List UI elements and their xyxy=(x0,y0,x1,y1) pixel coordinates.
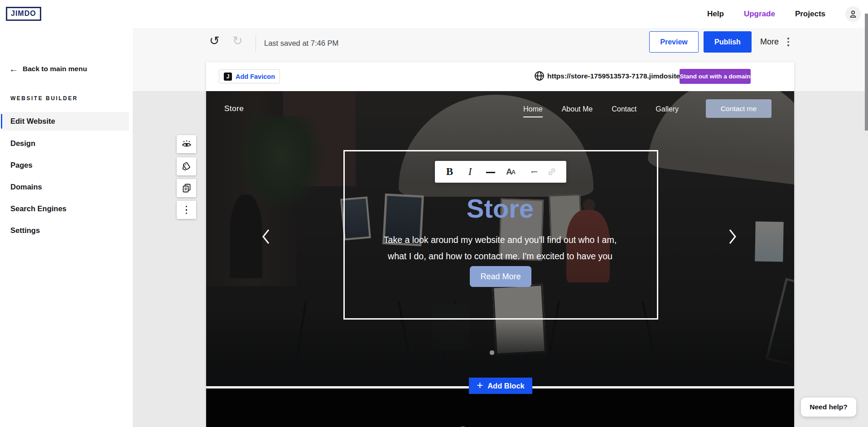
read-more-button[interactable]: Read More xyxy=(470,266,531,287)
duplicate-icon xyxy=(181,183,192,194)
jimdo-logo[interactable]: JIMDO xyxy=(6,7,41,21)
sidebar: ← Back to main menu WEBSITE BUILDER Edit… xyxy=(0,28,133,427)
back-label: Back to main menu xyxy=(23,65,87,73)
block-kebab-icon xyxy=(186,206,188,214)
text-format-toolbar: B I AA xyxy=(435,161,566,183)
contact-me-button[interactable]: Contact me xyxy=(706,99,772,118)
site-nav-about-me[interactable]: About Me xyxy=(562,105,593,113)
account-avatar[interactable] xyxy=(845,6,861,22)
site-nav-gallery[interactable]: Gallery xyxy=(656,105,679,113)
sidebar-item-domains[interactable]: Domains xyxy=(3,178,129,196)
site-settings-bar: J Add Favicon https://store-1759513573-7… xyxy=(206,62,794,91)
sidebar-section-title: WEBSITE BUILDER xyxy=(10,95,78,102)
add-favicon-button[interactable]: J Add Favicon xyxy=(219,69,280,83)
block-style-button[interactable] xyxy=(177,157,196,175)
duplicate-block-button[interactable] xyxy=(177,179,196,197)
sidebar-item-search-engines[interactable]: Search Engines xyxy=(3,199,129,218)
site-nav-contact[interactable]: Contact xyxy=(612,105,637,113)
undo-icon[interactable]: ↺ xyxy=(209,34,220,48)
plus-icon: + xyxy=(477,380,483,391)
help-link[interactable]: Help xyxy=(707,10,724,19)
sidebar-item-edit-website[interactable]: Edit Website xyxy=(3,112,129,131)
font-style-icon[interactable]: AA xyxy=(503,164,519,180)
back-to-main-menu[interactable]: ← Back to main menu xyxy=(9,64,87,73)
eye-icon xyxy=(181,139,192,150)
more-button[interactable]: More xyxy=(760,37,779,47)
globe-icon xyxy=(534,70,545,83)
sidebar-item-pages[interactable]: Pages xyxy=(3,156,129,175)
sidebar-item-settings[interactable]: Settings xyxy=(3,221,129,240)
align-center-icon[interactable] xyxy=(482,164,499,180)
more-kebab-icon[interactable] xyxy=(787,38,789,46)
favicon-placeholder-icon: J xyxy=(224,73,232,81)
preview-button[interactable]: Preview xyxy=(649,31,699,53)
add-favicon-label: Add Favicon xyxy=(236,73,275,80)
hero-title[interactable]: Store xyxy=(206,193,794,223)
add-block-button[interactable]: + Add Block xyxy=(469,378,532,394)
publish-button[interactable]: Publish xyxy=(704,31,752,53)
link-icon[interactable] xyxy=(544,164,560,180)
about-me-section[interactable]: About Me xyxy=(206,388,794,427)
add-block-label: Add Block xyxy=(487,382,525,390)
list-icon[interactable] xyxy=(523,164,540,180)
about-me-title: About Me xyxy=(206,421,794,427)
block-more-button[interactable] xyxy=(177,201,196,219)
last-saved-status: Last saved at 7:46 PM xyxy=(264,39,338,48)
active-item-indicator xyxy=(1,114,2,129)
bold-icon[interactable]: B xyxy=(442,164,458,180)
upgrade-link[interactable]: Upgrade xyxy=(744,10,775,19)
redo-icon[interactable]: ↻ xyxy=(232,34,243,48)
hero-section[interactable]: Store Home About Me Contact Gallery Cont… xyxy=(206,91,794,386)
sidebar-item-design[interactable]: Design xyxy=(3,134,129,153)
page-scrollbar[interactable] xyxy=(865,14,868,131)
site-logo[interactable]: Store xyxy=(224,104,244,113)
website-preview: J Add Favicon https://store-1759513573-7… xyxy=(206,62,794,427)
app-header: JIMDO Help Upgrade Projects xyxy=(0,0,868,28)
domain-upsell-button[interactable]: Stand out with a domain xyxy=(680,69,751,84)
hide-block-button[interactable] xyxy=(177,135,196,153)
user-icon xyxy=(848,9,858,19)
style-tags-icon xyxy=(181,161,192,172)
need-help-button[interactable]: Need help? xyxy=(801,398,856,417)
toolbar-divider xyxy=(256,35,256,52)
italic-icon[interactable]: I xyxy=(462,164,478,180)
site-nav-home[interactable]: Home xyxy=(523,105,543,113)
site-url[interactable]: https://store-1759513573-7178.jimdosite.… xyxy=(547,72,696,80)
jimdo-website-builder: JIMDO Help Upgrade Projects ← Back to ma… xyxy=(0,0,868,427)
carousel-dot-3[interactable] xyxy=(490,350,494,355)
site-nav: Home About Me Contact Gallery xyxy=(523,105,679,113)
back-arrow-icon: ← xyxy=(9,64,18,73)
header-nav: Help Upgrade Projects xyxy=(707,0,861,28)
projects-link[interactable]: Projects xyxy=(795,10,825,19)
